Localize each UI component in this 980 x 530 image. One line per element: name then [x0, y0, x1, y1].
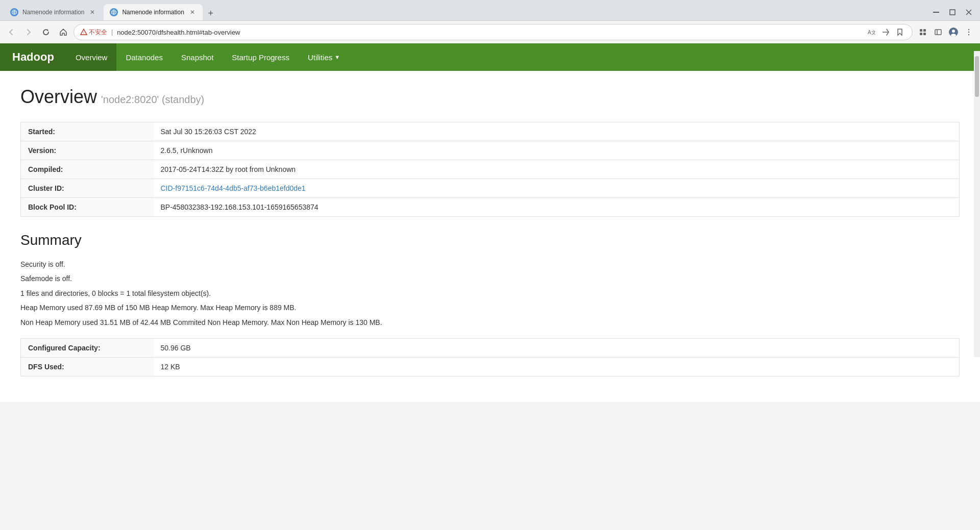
svg-rect-17: [935, 30, 941, 35]
page-subtitle: 'node2:8020' (standby): [101, 94, 204, 106]
info-value-version: 2.6.5, rUnknown: [154, 141, 960, 160]
address-bar-row: ! 不安全 | node2:50070/dfshealth.html#tab-o…: [0, 20, 980, 43]
sidebar-icon[interactable]: [931, 25, 945, 39]
svg-rect-16: [923, 33, 926, 35]
info-label-compiled: Compiled:: [21, 160, 154, 179]
svg-point-0: [12, 10, 17, 15]
info-value-started: Sat Jul 30 15:26:03 CST 2022: [154, 122, 960, 141]
summary-line-4: Non Heap Memory used 31.51 MB of 42.44 M…: [20, 317, 960, 328]
forward-button[interactable]: [21, 25, 36, 39]
window-controls: [929, 5, 976, 19]
scrollbar-thumb[interactable]: [975, 56, 979, 97]
svg-point-22: [968, 29, 969, 30]
share-icon[interactable]: [879, 26, 892, 38]
home-button[interactable]: [56, 25, 70, 39]
summary-line-1: Safemode is off.: [20, 273, 960, 284]
tab-1[interactable]: Namenode information ✕: [4, 4, 103, 20]
dfs-used-value: 12 KB: [154, 357, 960, 376]
navbar-inner: Hadoop Overview Datanodes Snapshot Start…: [0, 43, 980, 71]
dfs-used-label: DFS Used:: [21, 357, 154, 376]
minimize-button[interactable]: [929, 5, 943, 19]
menu-icon[interactable]: [962, 25, 976, 39]
scrollbar[interactable]: [974, 51, 980, 357]
info-value-cluster-id: CID-f97151c6-74d4-4db5-af73-b6eb1efd0de1: [154, 179, 960, 198]
tab-2-close[interactable]: ✕: [188, 8, 197, 16]
profile-icon[interactable]: [946, 25, 961, 39]
browser-chrome: Namenode information ✕ Namenode informat…: [0, 0, 980, 43]
translate-icon[interactable]: A文: [865, 26, 877, 38]
svg-point-21: [951, 34, 956, 37]
security-warning-icon: ! 不安全: [80, 28, 107, 37]
address-icons: A文: [865, 26, 906, 38]
svg-text:A文: A文: [868, 30, 875, 35]
table-row: Version: 2.6.5, rUnknown: [21, 141, 960, 160]
address-separator: |: [111, 29, 113, 36]
extensions-icon[interactable]: [916, 25, 930, 39]
bookmark-icon[interactable]: [894, 26, 906, 38]
info-label-cluster-id: Cluster ID:: [21, 179, 154, 198]
info-label-started: Started:: [21, 122, 154, 141]
tab-2-favicon: [110, 8, 118, 16]
capacity-table: Configured Capacity: 50.96 GB DFS Used: …: [20, 338, 960, 376]
info-label-block-pool-id: Block Pool ID:: [21, 198, 154, 217]
tab-bar: Namenode information ✕ Namenode informat…: [0, 0, 980, 20]
close-button[interactable]: [962, 5, 976, 19]
chevron-down-icon: ▼: [334, 54, 340, 60]
svg-point-20: [952, 30, 955, 33]
svg-point-23: [968, 32, 969, 33]
table-row: Started: Sat Jul 30 15:26:03 CST 2022: [21, 122, 960, 141]
info-label-version: Version:: [21, 141, 154, 160]
overview-heading: Overview 'node2:8020' (standby): [20, 86, 960, 112]
summary-lines: Security is off. Safemode is off. 1 file…: [20, 259, 960, 328]
page-title: Overview: [20, 86, 97, 108]
capacity-label: Configured Capacity:: [21, 338, 154, 357]
nav-startup-progress[interactable]: Startup Progress: [223, 43, 299, 71]
tab-2-title: Namenode information: [122, 9, 184, 16]
tab-2[interactable]: Namenode information ✕: [104, 4, 202, 20]
svg-rect-13: [920, 29, 922, 32]
svg-point-24: [968, 34, 969, 35]
cluster-id-link[interactable]: CID-f97151c6-74d4-4db5-af73-b6eb1efd0de1: [161, 184, 306, 192]
nav-utilities[interactable]: Utilities ▼: [299, 43, 349, 71]
navbar-brand[interactable]: Hadoop: [0, 43, 66, 71]
summary-line-0: Security is off.: [20, 259, 960, 270]
utilities-label: Utilities ▼: [308, 53, 340, 62]
info-value-compiled: 2017-05-24T14:32Z by root from Unknown: [154, 160, 960, 179]
maximize-button[interactable]: [945, 5, 960, 19]
tab-1-favicon: [10, 8, 18, 16]
svg-rect-7: [950, 10, 955, 15]
hadoop-navbar: Hadoop Overview Datanodes Snapshot Start…: [0, 43, 980, 71]
nav-datanodes[interactable]: Datanodes: [116, 43, 172, 71]
new-tab-button[interactable]: +: [204, 6, 218, 20]
info-table: Started: Sat Jul 30 15:26:03 CST 2022 Ve…: [20, 122, 960, 217]
svg-text:!: !: [83, 31, 84, 35]
security-warning-text: 不安全: [89, 28, 107, 37]
address-text: node2:50070/dfshealth.html#tab-overview: [117, 29, 861, 36]
nav-snapshot[interactable]: Snapshot: [172, 43, 223, 71]
svg-point-3: [112, 10, 116, 15]
tab-1-title: Namenode information: [22, 9, 84, 16]
capacity-value: 50.96 GB: [154, 338, 960, 357]
table-row: Configured Capacity: 50.96 GB: [21, 338, 960, 357]
table-row: DFS Used: 12 KB: [21, 357, 960, 376]
table-row: Block Pool ID: BP-458032383-192.168.153.…: [21, 198, 960, 217]
table-row: Compiled: 2017-05-24T14:32Z by root from…: [21, 160, 960, 179]
svg-rect-15: [920, 33, 922, 35]
back-button[interactable]: [4, 25, 18, 39]
summary-title: Summary: [20, 232, 960, 248]
refresh-button[interactable]: [39, 25, 53, 39]
address-bar[interactable]: ! 不安全 | node2:50070/dfshealth.html#tab-o…: [74, 24, 913, 40]
svg-rect-6: [933, 12, 939, 13]
nav-overview[interactable]: Overview: [66, 43, 117, 71]
toolbar-icons: [916, 25, 976, 39]
tab-1-close[interactable]: ✕: [88, 8, 96, 16]
info-value-block-pool-id: BP-458032383-192.168.153.101-16591656538…: [154, 198, 960, 217]
svg-rect-14: [923, 29, 926, 32]
summary-line-2: 1 files and directories, 0 blocks = 1 to…: [20, 288, 960, 299]
summary-line-3: Heap Memory used 87.69 MB of 150 MB Heap…: [20, 302, 960, 313]
page-content: Overview 'node2:8020' (standby) Started:…: [0, 71, 980, 402]
table-row: Cluster ID: CID-f97151c6-74d4-4db5-af73-…: [21, 179, 960, 198]
